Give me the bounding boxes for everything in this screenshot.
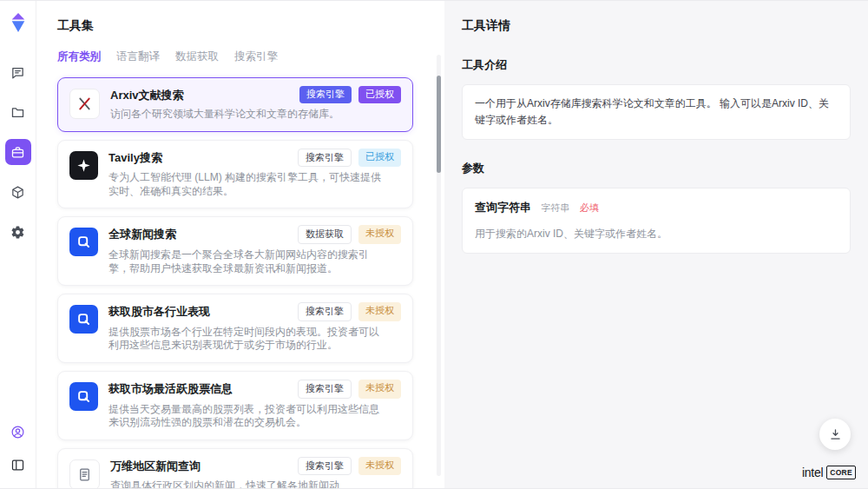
auth-status-badge: 未授权 — [358, 457, 401, 476]
tool-card-title: 全球新闻搜索 — [108, 225, 298, 242]
tool-card-description: 专为人工智能代理 (LLM) 构建的搜索引擎工具，可快速提供实时、准确和真实的结… — [108, 171, 401, 198]
category-badge: 搜索引擎 — [298, 302, 352, 321]
category-badge: 搜索引擎 — [298, 380, 352, 399]
auth-status-badge: 已授权 — [358, 86, 401, 103]
download-button[interactable] — [819, 419, 851, 450]
settings-gear-icon[interactable] — [5, 219, 31, 245]
arxiv-icon — [69, 89, 100, 119]
app-window: 工具集 所有类别 语言翻译 数据获取 搜索引擎 Arxiv文 — [0, 0, 868, 489]
tool-card-title: Tavily搜索 — [108, 149, 298, 166]
tool-card-description: 提供股票市场各个行业在特定时间段内的表现。投资者可以利用这些信息来识别表现优于或… — [108, 326, 401, 353]
param-description: 用于搜索的Arxiv ID、关键字或作者姓名。 — [475, 226, 838, 242]
param-name: 查询字符串 — [475, 201, 531, 214]
params-section-label: 参数 — [462, 161, 851, 176]
download-icon — [828, 427, 843, 442]
tool-card-active-stocks[interactable]: 获取市场最活跃股票信息 搜索引擎 未授权 提供当天交易量最高的股票列表，投资者可… — [57, 371, 413, 440]
chat-icon[interactable] — [5, 59, 31, 85]
briefcase-icon[interactable] — [5, 139, 31, 165]
package-icon[interactable] — [5, 179, 31, 205]
tool-intro-text: 一个用于从Arxiv存储库搜索科学论文和文章的工具。 输入可以是Arxiv ID… — [462, 84, 851, 140]
list-scrollbar — [437, 55, 441, 476]
param-card: 查询字符串 字符串 必填 用于搜索的Arxiv ID、关键字或作者姓名。 — [462, 188, 851, 254]
news-search-icon — [69, 382, 98, 411]
list-scrollbar-thumb[interactable] — [437, 76, 441, 173]
tool-card-list: Arxiv文献搜索 搜索引擎 已授权 访问各个研究领域大量科学论文和文章的存储库… — [36, 77, 444, 489]
detail-title: 工具详情 — [462, 18, 851, 34]
category-badge: 数据获取 — [298, 225, 352, 244]
tool-list-panel: 工具集 所有类别 语言翻译 数据获取 搜索引擎 Arxiv文 — [36, 1, 444, 488]
auth-status-badge: 未授权 — [358, 302, 401, 321]
tab-search-engine[interactable]: 搜索引擎 — [234, 50, 278, 64]
core-wordmark: CORE — [826, 466, 856, 479]
tab-data-fetch[interactable]: 数据获取 — [175, 50, 219, 64]
tool-card-description: 查询具体行政区划内的新闻，快速了解各地新闻动 — [110, 479, 401, 489]
tool-list-title: 工具集 — [57, 18, 424, 34]
tool-card-title: Arxiv文献搜索 — [110, 86, 299, 103]
tool-card-global-news[interactable]: 全球新闻搜索 数据获取 未授权 全球新闻搜索是一个聚合全球各大新闻网站内容的搜索… — [57, 216, 413, 286]
document-icon — [69, 459, 100, 489]
tool-card-sector-performance[interactable]: 获取股市各行业表现 搜索引擎 未授权 提供股票市场各个行业在特定时间段内的表现。… — [57, 294, 413, 363]
user-avatar-icon[interactable] — [5, 419, 31, 445]
category-tabs: 所有类别 语言翻译 数据获取 搜索引擎 — [57, 50, 424, 64]
param-required-badge: 必填 — [580, 202, 599, 213]
tool-card-description: 访问各个研究领域大量科学论文和文章的存储库。 — [110, 108, 401, 122]
tool-card-title: 获取股市各行业表现 — [108, 302, 298, 320]
news-search-icon — [69, 305, 98, 334]
category-badge: 搜索引擎 — [299, 86, 352, 103]
folder-icon[interactable] — [5, 99, 31, 125]
tool-card-tavily[interactable]: Tavily搜索 搜索引擎 已授权 专为人工智能代理 (LLM) 构建的搜索引擎… — [57, 140, 413, 209]
tab-all-categories[interactable]: 所有类别 — [57, 50, 101, 64]
param-type: 字符串 — [541, 202, 569, 213]
sparkle-icon — [69, 151, 98, 180]
news-search-icon — [69, 228, 98, 256]
panel-toggle-icon[interactable] — [5, 452, 31, 478]
tool-card-title: 获取市场最活跃股票信息 — [108, 380, 298, 397]
tool-detail-panel: 工具详情 工具介绍 一个用于从Arxiv存储库搜索科学论文和文章的工具。 输入可… — [444, 1, 868, 488]
category-badge: 搜索引擎 — [298, 457, 352, 476]
category-badge: 搜索引擎 — [298, 149, 352, 168]
icon-rail — [0, 1, 36, 488]
auth-status-badge: 未授权 — [358, 225, 401, 244]
param-header: 查询字符串 字符串 必填 — [475, 199, 838, 217]
intel-core-logo: intel CORE — [802, 466, 856, 479]
tool-card-title: 万维地区新闻查询 — [110, 457, 298, 474]
intel-wordmark: intel — [802, 466, 823, 479]
tool-card-arxiv[interactable]: Arxiv文献搜索 搜索引擎 已授权 访问各个研究领域大量科学论文和文章的存储库… — [57, 77, 413, 132]
app-logo-icon — [9, 12, 28, 33]
tab-translation[interactable]: 语言翻译 — [116, 50, 160, 64]
tool-card-description: 全球新闻搜索是一个聚合全球各大新闻网站内容的搜索引擎，帮助用户快速获取全球最新资… — [108, 248, 401, 275]
tool-card-regional-news[interactable]: 万维地区新闻查询 搜索引擎 未授权 查询具体行政区划内的新闻，快速了解各地新闻动 — [57, 448, 413, 489]
intro-section-label: 工具介绍 — [462, 57, 851, 73]
auth-status-badge: 未授权 — [358, 380, 401, 399]
auth-status-badge: 已授权 — [358, 149, 401, 168]
tool-card-description: 提供当天交易量最高的股票列表，投资者可以利用这些信息来识别流动性强的股票和潜在的… — [108, 403, 401, 430]
